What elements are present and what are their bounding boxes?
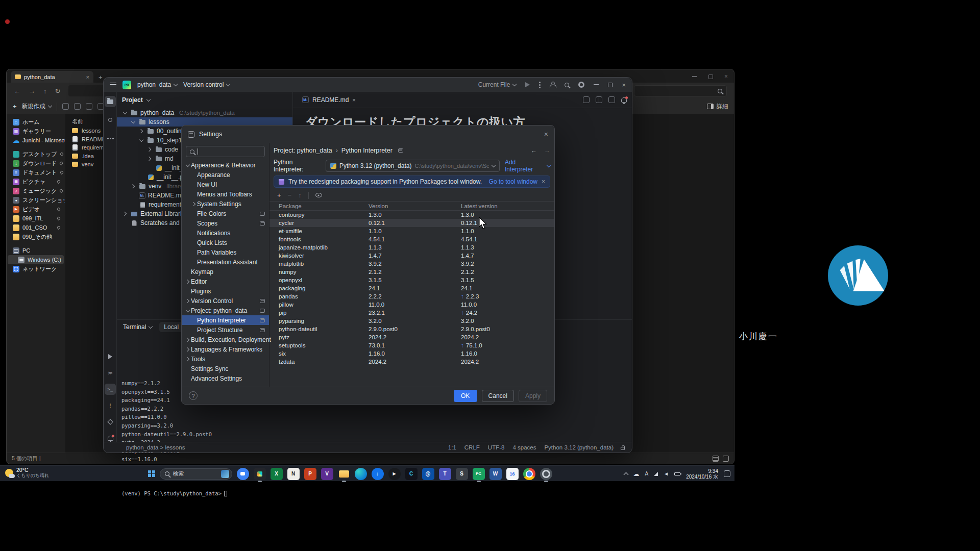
tree-chevron-icon[interactable] [191,201,197,207]
nav-item[interactable]: Junichi - Microsoft [8,136,64,145]
column-latest[interactable]: Latest version [461,203,545,209]
detail-view-icon[interactable] [723,456,729,462]
onedrive-icon[interactable]: ☁ [633,470,640,478]
show-early-releases-icon[interactable] [315,193,322,197]
more-actions-icon[interactable] [539,84,541,86]
tab-close-icon[interactable]: × [86,74,89,80]
main-menu-icon[interactable] [110,83,116,87]
tree-chevron-icon[interactable] [122,211,128,217]
tree-chevron-icon[interactable] [130,202,136,208]
settings-tree-item[interactable]: Quick Lists [182,238,269,247]
taskbar-clock[interactable]: 9:34 2024/10/16 水 [686,468,718,480]
tree-chevron-icon[interactable] [185,337,191,343]
package-row[interactable]: japanize-matplotlib 1.1.3 1.1.3 [270,243,554,252]
settings-tree-item[interactable]: Project Structure [182,325,269,335]
explorer-search-box[interactable] [634,85,727,96]
settings-tree-item[interactable]: Menus and Toolbars [182,189,269,199]
close-icon[interactable]: × [724,73,728,80]
run-configuration-selector[interactable]: Current File [478,81,517,88]
status-bar-widget[interactable]: 4 spaces [512,444,536,450]
code-with-me-icon[interactable] [550,82,555,88]
forward-icon[interactable]: → [29,87,35,95]
tree-chevron-icon[interactable] [130,119,136,125]
tree-chevron-icon[interactable] [191,249,197,256]
nav-item[interactable]: ネットワーク [8,264,64,273]
nav-item[interactable]: スクリーンショット [8,195,64,205]
settings-tree-item[interactable]: Project: python_data [182,306,269,315]
settings-tree-item[interactable]: Scopes [182,218,269,228]
taskbar-app-icon[interactable]: @ [422,468,434,480]
settings-tree-item[interactable]: Notifications [182,228,269,238]
taskbar-app-icon[interactable] [540,468,552,480]
taskbar-app-icon[interactable]: C [405,468,418,480]
tree-chevron-icon[interactable] [191,191,197,197]
explorer-tab[interactable]: python_data × [11,71,93,83]
terminal-tool-icon[interactable]: >_ [105,384,116,395]
status-bar-widget[interactable]: CRLF [464,444,480,450]
taskbar-app-icon[interactable]: P [304,468,316,480]
nav-item[interactable]: ピクチャ [8,177,64,186]
package-row[interactable]: kiwisolver 1.4.7 1.4.7 [270,252,554,260]
settings-tree-item[interactable]: System Settings [182,199,269,209]
commit-tool-icon[interactable] [105,114,116,126]
settings-tree-item[interactable]: New UI [182,180,269,189]
lock-icon[interactable] [621,447,625,450]
package-row[interactable]: contourpy 1.3.0 1.3.0 [270,211,554,219]
tree-chevron-icon[interactable] [191,327,197,333]
nav-item[interactable]: ビデオ [8,205,64,214]
go-to-tool-window-link[interactable]: Go to tool window [489,178,537,185]
column-package[interactable]: Package [279,203,369,209]
back-icon[interactable]: ← [14,87,20,95]
tree-chevron-icon[interactable] [185,162,191,168]
tree-chevron-icon[interactable] [185,298,191,304]
package-row[interactable]: pip 23.2.1 24.2 [270,309,554,317]
project-selector[interactable]: python_data [137,81,177,88]
cancel-button[interactable]: Cancel [482,390,514,402]
tree-chevron-icon[interactable] [185,288,191,294]
package-row[interactable]: tzdata 2024.2 2024.2 [270,358,554,366]
tree-chevron-icon[interactable] [185,375,191,382]
settings-tree-item[interactable]: Build, Execution, Deployment [182,335,269,344]
nav-item[interactable]: PC [8,246,64,255]
nav-item[interactable]: ホーム [8,117,64,127]
package-row[interactable]: et-xmlfile 1.1.0 1.1.0 [270,227,554,235]
project-panel-title[interactable]: Project [122,96,143,104]
settings-tree-item[interactable]: Presentation Assistant [182,257,269,267]
close-icon[interactable]: × [622,81,626,89]
tray-expand-icon[interactable] [623,472,628,477]
settings-tree-item[interactable]: Python Interpreter [182,315,269,325]
taskbar-search-box[interactable]: 検索 [160,468,232,480]
nav-item[interactable]: ドキュメント [8,168,64,177]
package-row[interactable]: packaging 24.1 24.1 [270,284,554,292]
settings-tree-item[interactable]: Version Control [182,296,269,306]
package-row[interactable]: setuptools 73.0.1 75.1.0 [270,341,554,349]
tree-chevron-icon[interactable] [191,230,197,236]
start-button[interactable] [148,470,155,478]
tree-chevron-icon[interactable] [185,269,191,275]
tree-chevron-icon[interactable] [130,192,136,198]
history-back-icon[interactable]: ← [531,147,537,154]
breadcrumb-project[interactable]: Project: python_data [274,147,332,154]
ok-button[interactable]: OK [454,390,477,402]
package-row[interactable]: pytz 2024.2 2024.2 [270,333,554,341]
nav-item[interactable]: 090_その他 [8,232,64,241]
status-breadcrumb[interactable]: python_data > lessons [126,444,185,450]
settings-tree-item[interactable]: Plugins [182,286,269,296]
list-view-icon[interactable] [713,456,719,462]
settings-tree-item[interactable]: Path Variables [182,247,269,257]
weather-widget[interactable]: 20°C くもりのち晴れ [5,467,49,478]
taskbar-app-icon[interactable]: ↓ [372,468,384,480]
services-tool-icon[interactable] [105,416,116,428]
run-tool-icon[interactable] [105,351,116,362]
notifications-bell-icon[interactable] [621,97,627,103]
preview-icon[interactable] [608,96,615,103]
vcs-widget[interactable]: Version control [183,81,230,88]
settings-tree-item[interactable]: Keymap [182,267,269,277]
nav-item[interactable]: 099_ITL [8,214,64,223]
editor-tab-readme[interactable]: README.md × [298,92,360,108]
nav-item[interactable]: デスクトップ [8,149,64,159]
taskbar-app-icon[interactable]: T [439,468,451,480]
network-icon[interactable] [654,472,658,476]
package-row[interactable]: matplotlib 3.9.2 3.9.2 [270,260,554,268]
refresh-icon[interactable]: ↻ [55,87,61,95]
